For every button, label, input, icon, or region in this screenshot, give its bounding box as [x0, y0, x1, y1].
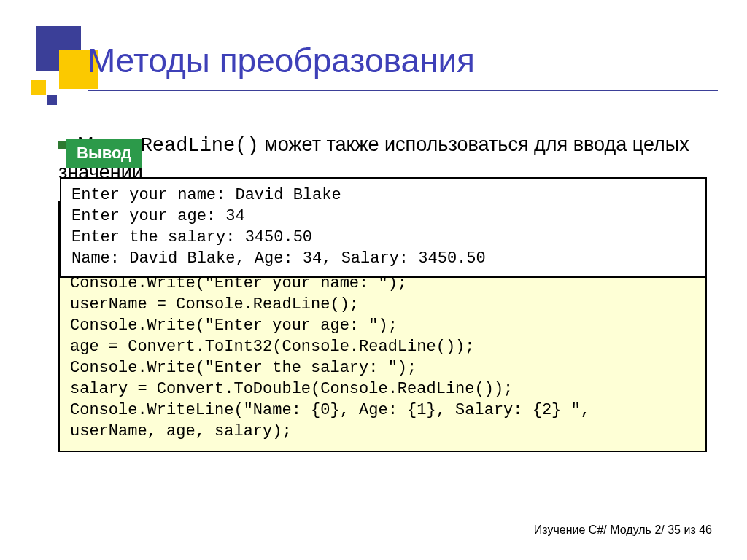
slide-root: Методы преобразования Метод ReadLine() м…	[0, 0, 747, 560]
decor-square-yellow-small	[31, 80, 46, 95]
footer-sep-2: /	[661, 524, 664, 536]
heading-underline	[88, 90, 718, 91]
slide-footer: Изучение C#/ Модуль 2/ 35 из 46	[534, 524, 712, 537]
footer-of: из	[684, 524, 695, 536]
heading-wrap: Методы преобразования	[88, 42, 718, 91]
output-block: Enter your name: David Blake Enter your …	[60, 177, 707, 278]
bullet-code: ReadLine()	[141, 135, 259, 157]
decor-square-blue-small	[47, 95, 57, 105]
footer-module-num: 2	[654, 524, 661, 536]
footer-page-total: 46	[699, 524, 712, 536]
slide-title: Методы преобразования	[88, 42, 718, 79]
output-badge: Вывод	[66, 139, 142, 168]
output-badge-label: Вывод	[77, 144, 131, 162]
footer-module-label: Модуль	[610, 524, 651, 536]
footer-course: Изучение C#	[534, 524, 603, 536]
footer-page-current: 35	[667, 524, 681, 536]
footer-sep-1: /	[603, 524, 606, 536]
